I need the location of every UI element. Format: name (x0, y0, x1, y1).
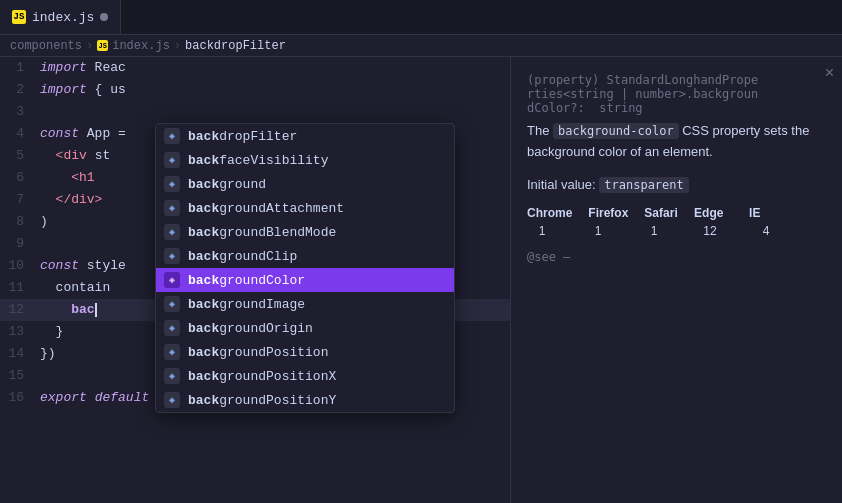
browser-values-row: 1 1 1 12 4 (527, 224, 826, 238)
ac-icon: ◈ (164, 248, 180, 264)
ac-icon: ◈ (164, 296, 180, 312)
close-button[interactable]: × (825, 65, 834, 81)
ac-icon: ◈ (164, 368, 180, 384)
breadcrumb-sep-1: › (86, 39, 93, 53)
tab-label: index.js (32, 10, 94, 25)
ac-item-backgroundPositionX[interactable]: ◈ backgroundPositionX (156, 364, 454, 388)
ac-label: backdropFilter (188, 129, 446, 144)
js-file-icon: JS (12, 10, 26, 24)
ac-label: backgroundOrigin (188, 321, 446, 336)
breadcrumb-components[interactable]: components (10, 39, 82, 53)
code-line-1: 1 import Reac (0, 57, 510, 79)
ac-item-backgroundOrigin[interactable]: ◈ backgroundOrigin (156, 316, 454, 340)
ac-item-background[interactable]: ◈ background (156, 172, 454, 196)
ac-item-backgroundPosition[interactable]: ◈ backgroundPosition (156, 340, 454, 364)
ac-icon: ◈ (164, 128, 180, 144)
breadcrumb-js-icon: JS (97, 40, 108, 51)
ac-icon: ◈ (164, 320, 180, 336)
ac-icon: ◈ (164, 392, 180, 408)
main-area: 1 import Reac 2 import { us 3 4 const Ap… (0, 57, 842, 503)
breadcrumb-symbol: backdropFilter (185, 39, 286, 53)
modified-indicator (100, 13, 108, 21)
ac-label: backgroundPositionY (188, 393, 446, 408)
panel-type-signature: (property) StandardLonghandPrope rties<s… (527, 73, 826, 115)
tab-index-js[interactable]: JS index.js (0, 0, 121, 34)
panel-description: The background-color CSS property sets t… (527, 121, 826, 163)
tab-bar: JS index.js (0, 0, 842, 35)
ac-item-backgroundPositionY[interactable]: ◈ backgroundPositionY (156, 388, 454, 412)
panel-initial-value: Initial value: transparent (527, 177, 826, 192)
ac-label: background (188, 177, 446, 192)
ac-label: backgroundClip (188, 249, 446, 264)
ac-icon: ◈ (164, 344, 180, 360)
code-line-3: 3 (0, 101, 510, 123)
ac-icon: ◈ (164, 224, 180, 240)
ac-icon: ◈ (164, 272, 180, 288)
code-editor[interactable]: 1 import Reac 2 import { us 3 4 const Ap… (0, 57, 510, 503)
ac-item-backfaceVisibility[interactable]: ◈ backfaceVisibility (156, 148, 454, 172)
ac-icon: ◈ (164, 152, 180, 168)
ac-item-backgroundClip[interactable]: ◈ backgroundClip (156, 244, 454, 268)
ac-label: backgroundPositionX (188, 369, 446, 384)
ac-item-backgroundColor[interactable]: ◈ backgroundColor (156, 268, 454, 292)
code-line-2: 2 import { us (0, 79, 510, 101)
ac-icon: ◈ (164, 176, 180, 192)
ac-icon: ◈ (164, 200, 180, 216)
breadcrumb-sep-2: › (174, 39, 181, 53)
ac-label: backgroundImage (188, 297, 446, 312)
initial-value-label: Initial value: (527, 177, 596, 192)
ac-item-backdropFilter[interactable]: ◈ backdropFilter (156, 124, 454, 148)
panel-code-inline: background-color (553, 123, 679, 139)
initial-value-code: transparent (599, 177, 688, 193)
ac-label: backgroundBlendMode (188, 225, 446, 240)
ac-item-backgroundAttachment[interactable]: ◈ backgroundAttachment (156, 196, 454, 220)
autocomplete-dropdown[interactable]: ◈ backdropFilter ◈ backfaceVisibility ◈ … (155, 123, 455, 413)
ac-label-selected: backgroundColor (188, 273, 446, 288)
ac-item-backgroundBlendMode[interactable]: ◈ backgroundBlendMode (156, 220, 454, 244)
ac-label: backfaceVisibility (188, 153, 446, 168)
browser-compat: Chrome Firefox Safari Edge IE 1 1 1 12 4 (527, 206, 826, 238)
ac-label: backgroundPosition (188, 345, 446, 360)
browser-header-row: Chrome Firefox Safari Edge IE (527, 206, 826, 220)
ac-label: backgroundAttachment (188, 201, 446, 216)
ac-item-backgroundImage[interactable]: ◈ backgroundImage (156, 292, 454, 316)
see-also: @see — (527, 250, 826, 264)
breadcrumb: components › JS index.js › backdropFilte… (0, 35, 842, 57)
docs-panel: × (property) StandardLonghandPrope rties… (510, 57, 842, 503)
breadcrumb-file[interactable]: index.js (112, 39, 170, 53)
